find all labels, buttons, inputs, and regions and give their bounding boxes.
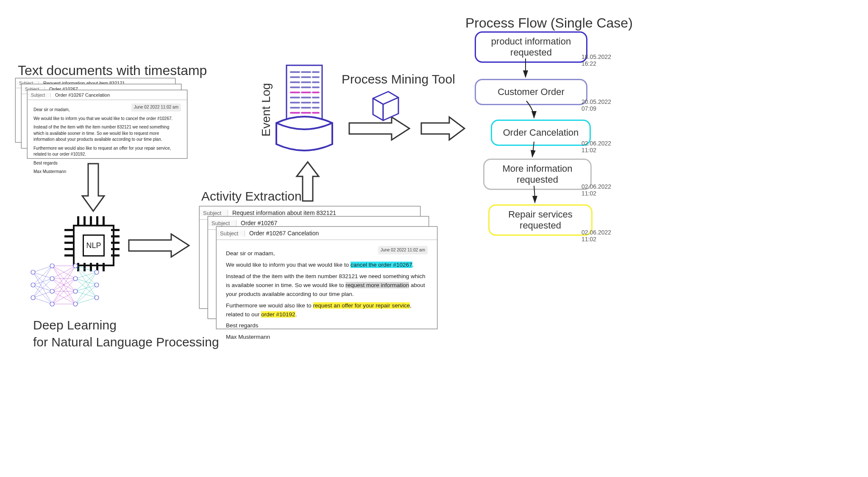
email-closing: Best regards <box>33 160 181 167</box>
email-closing: Best regards <box>226 321 428 330</box>
title-documents: Text documents with timestamp <box>18 63 207 78</box>
email-stack-extracted: SubjectRequest information about item 83… <box>199 206 437 329</box>
title-process-mining-tool: Process Mining Tool <box>342 72 455 86</box>
email-line-hl: Furthermore we would also like to reques… <box>226 301 428 319</box>
arrow-right-icon <box>420 115 466 142</box>
svg-line-4 <box>33 266 52 285</box>
svg-point-43 <box>50 264 54 268</box>
email-line: Furthermore we would also like to reques… <box>33 145 181 158</box>
svg-point-50 <box>73 302 78 306</box>
svg-point-46 <box>50 302 54 306</box>
svg-line-8 <box>33 266 52 298</box>
flow-connectors <box>470 31 623 252</box>
svg-point-42 <box>31 296 35 300</box>
svg-line-39 <box>75 298 97 304</box>
svg-point-40 <box>31 270 35 274</box>
cube-icon <box>364 86 403 125</box>
title-deeplearning-l1: Deep Learning <box>33 318 117 332</box>
svg-line-34 <box>75 272 97 291</box>
svg-point-44 <box>50 276 54 281</box>
title-activity-extraction: Activity Extraction <box>201 189 302 204</box>
highlight-repair-offer: request an offer for your repair service <box>313 302 410 309</box>
email-subject: Order #10267 Cancelation <box>51 92 114 98</box>
email-subject: Request information about item 832121 <box>228 209 340 216</box>
svg-line-28 <box>75 266 97 272</box>
svg-line-31 <box>75 272 97 279</box>
svg-line-37 <box>75 272 97 304</box>
svg-line-10 <box>33 291 52 298</box>
arrow-down-icon <box>81 162 106 213</box>
email-timestamp: June 02 2022 11:02 am <box>131 103 181 112</box>
svg-point-51 <box>95 270 99 274</box>
email-card-front: SubjectOrder #10267 Cancelation June 02 … <box>216 226 437 329</box>
subject-field-label: Subject <box>28 93 51 98</box>
highlight-cancel-order: cancel the order #10267 <box>351 262 412 268</box>
svg-point-41 <box>31 283 35 287</box>
svg-point-48 <box>73 276 78 281</box>
neural-net-icon <box>29 259 101 315</box>
highlight-order-ref: order #10192 <box>261 311 295 318</box>
email-line: Instead of the the item with the item nu… <box>33 124 181 143</box>
process-flow-column: product information requested 18.05.2022… <box>470 31 623 252</box>
highlight-request-info: request more information <box>345 282 409 288</box>
email-timestamp: June 02 2022 11:02 am <box>378 246 428 254</box>
svg-point-47 <box>73 264 78 268</box>
svg-line-11 <box>33 298 52 304</box>
svg-line-9 <box>33 279 52 298</box>
svg-line-0 <box>33 266 52 272</box>
email-subject: Order #10267 <box>236 220 281 226</box>
chip-label: NLP <box>83 234 105 257</box>
email-subject: Order #10267 Cancelation <box>245 230 323 237</box>
subject-field-label: Subject <box>208 220 236 226</box>
arrow-right-icon <box>127 232 191 259</box>
title-deeplearning-l2: for Natural Language Processing <box>33 335 219 349</box>
email-stack-small: SubjectRequest information about item 83… <box>15 78 185 159</box>
title-process-flow: Process Flow (Single Case) <box>465 15 633 31</box>
event-log-icon <box>270 64 337 157</box>
svg-point-52 <box>95 283 99 287</box>
email-line-hl: Instead of the the item with the item nu… <box>226 272 428 299</box>
arrow-up-icon <box>295 160 320 203</box>
svg-point-53 <box>95 296 99 300</box>
svg-line-38 <box>75 285 97 304</box>
subject-field-label: Subject <box>200 210 228 216</box>
subject-field-label: Subject <box>217 230 245 237</box>
email-line: We would like to inform you that we woul… <box>33 116 181 122</box>
svg-point-49 <box>73 289 78 293</box>
email-signature: Max Mustermann <box>226 333 428 342</box>
diagram-canvas: Text documents with timestamp Deep Learn… <box>0 0 868 477</box>
svg-point-45 <box>50 289 54 293</box>
email-line-hl: We would like to inform you that we woul… <box>226 261 428 270</box>
email-card-front: SubjectOrder #10267 Cancelation June 02 … <box>27 90 187 159</box>
email-signature: Max Mustermann <box>33 169 181 175</box>
